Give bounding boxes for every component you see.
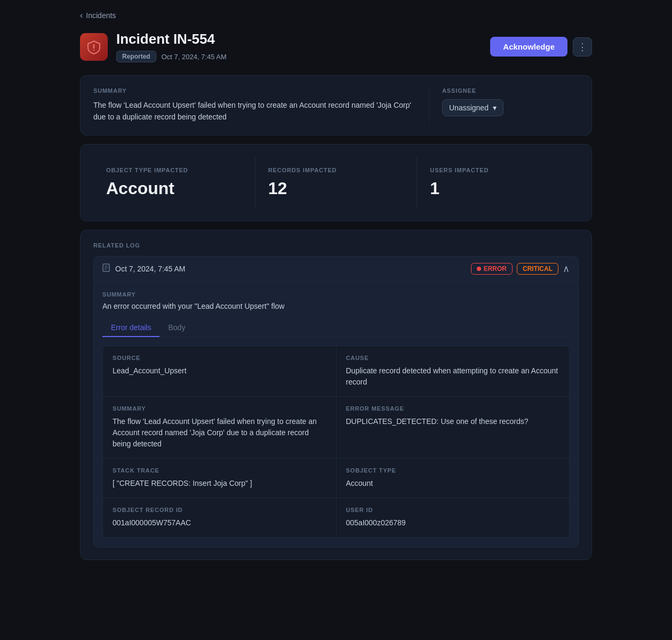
detail-error-message: ERROR MESSAGE DUPLICATES_DETECTED: Use o…: [337, 397, 570, 458]
detail-summary-value: The flow 'Lead Account Upsert' failed wh…: [113, 416, 326, 450]
detail-source: SOURCE Lead_Account_Upsert: [103, 346, 336, 396]
incident-title: Incident IN-554: [116, 31, 227, 47]
sobject-record-id-label: SOBJECT RECORD ID: [113, 507, 326, 513]
detail-sobject-type: SOBJECT TYPE Account: [337, 459, 570, 498]
source-label: SOURCE: [113, 355, 326, 361]
stat-records-label: RECORDS IMPACTED: [268, 167, 404, 173]
header-info: Incident IN-554 Reported Oct 7, 2024, 7:…: [116, 31, 227, 62]
summary-right: ASSIGNEE Unassigned ▾: [429, 87, 579, 123]
log-summary-text: An error occurred with your "Lead Accoun…: [102, 302, 570, 310]
collapse-icon: ∧: [563, 263, 570, 275]
summary-text: The flow 'Lead Account Upsert' failed wh…: [93, 99, 416, 123]
stat-object-type-label: OBJECT TYPE IMPACTED: [106, 167, 242, 173]
svg-point-0: [93, 49, 94, 50]
incident-header: Incident IN-554 Reported Oct 7, 2024, 7:…: [80, 31, 592, 62]
error-message-label: ERROR MESSAGE: [346, 405, 560, 412]
sobject-type-value: Account: [346, 478, 560, 489]
cause-label: CAUSE: [346, 355, 560, 361]
tab-error-details[interactable]: Error details: [102, 319, 159, 337]
detail-summary: SUMMARY The flow 'Lead Account Upsert' f…: [103, 397, 336, 458]
stat-records-value: 12: [268, 179, 404, 198]
summary-left: SUMMARY The flow 'Lead Account Upsert' f…: [93, 87, 429, 123]
breadcrumb[interactable]: ‹ Incidents: [80, 11, 592, 20]
incident-icon: [80, 33, 108, 61]
stack-trace-value: [ "CREATE RECORDS: Insert Joja Corp" ]: [113, 478, 326, 489]
critical-badge: CRITICAL: [517, 263, 558, 275]
stats-card: OBJECT TYPE IMPACTED Account RECORDS IMP…: [80, 144, 592, 221]
stat-users-value: 1: [430, 179, 566, 198]
sobject-type-label: SOBJECT TYPE: [346, 467, 560, 474]
assignee-chevron-icon: ▾: [493, 103, 497, 112]
tab-body[interactable]: Body: [159, 319, 194, 337]
detail-user-id: USER ID 005aI000z026789: [337, 498, 570, 537]
user-id-label: USER ID: [346, 507, 560, 513]
stat-users-label: USERS IMPACTED: [430, 167, 566, 173]
detail-cause: CAUSE Duplicate record detected when att…: [337, 346, 570, 396]
more-options-button[interactable]: ⋮: [573, 37, 592, 57]
error-message-value: DUPLICATES_DETECTED: Use one of these re…: [346, 416, 560, 427]
acknowledge-button[interactable]: Acknowledge: [490, 37, 567, 57]
summary-card: SUMMARY The flow 'Lead Account Upsert' f…: [80, 75, 592, 135]
log-entry: Oct 7, 2024, 7:45 AM ERROR CRITICAL ∧ SU…: [93, 256, 579, 548]
header-left: Incident IN-554 Reported Oct 7, 2024, 7:…: [80, 31, 227, 62]
log-entry-header[interactable]: Oct 7, 2024, 7:45 AM ERROR CRITICAL ∧: [94, 257, 578, 281]
assignee-label: ASSIGNEE: [442, 87, 579, 94]
cause-value: Duplicate record detected when attemptin…: [346, 365, 560, 388]
related-log-header: RELATED LOG: [93, 242, 579, 249]
log-body: SUMMARY An error occurred with your "Lea…: [94, 281, 578, 547]
stack-trace-label: STACK TRACE: [113, 467, 326, 474]
source-value: Lead_Account_Upsert: [113, 365, 326, 377]
log-entry-right: ERROR CRITICAL ∧: [471, 263, 570, 275]
log-date: Oct 7, 2024, 7:45 AM: [115, 265, 186, 273]
stat-users: USERS IMPACTED 1: [417, 156, 579, 209]
log-summary-label: SUMMARY: [102, 291, 570, 298]
back-chevron-icon: ‹: [80, 11, 83, 20]
related-log-section: RELATED LOG Oct 7, 2024, 7:45 AM: [80, 230, 592, 560]
detail-summary-label: SUMMARY: [113, 405, 326, 412]
incident-date: Oct 7, 2024, 7:45 AM: [162, 53, 227, 61]
breadcrumb-label: Incidents: [86, 11, 116, 20]
user-id-value: 005aI000z026789: [346, 517, 560, 529]
header-right: Acknowledge ⋮: [490, 37, 592, 57]
detail-sobject-record-id: SOBJECT RECORD ID 001aI000005W757AAC: [103, 498, 336, 537]
stat-object-type-value: Account: [106, 179, 242, 198]
stat-object-type: OBJECT TYPE IMPACTED Account: [93, 156, 255, 209]
log-entry-left: Oct 7, 2024, 7:45 AM: [102, 263, 186, 274]
assignee-dropdown[interactable]: Unassigned ▾: [442, 99, 503, 116]
summary-label: SUMMARY: [93, 87, 416, 94]
stat-records: RECORDS IMPACTED 12: [255, 156, 418, 209]
more-icon: ⋮: [578, 41, 587, 53]
assignee-value: Unassigned: [449, 103, 489, 112]
status-badge: Reported: [116, 51, 156, 62]
detail-stack-trace: STACK TRACE [ "CREATE RECORDS: Insert Jo…: [103, 459, 336, 498]
detail-grid: SOURCE Lead_Account_Upsert CAUSE Duplica…: [102, 346, 570, 538]
document-icon: [102, 263, 110, 274]
error-dot-icon: [477, 267, 481, 271]
header-meta: Reported Oct 7, 2024, 7:45 AM: [116, 51, 227, 62]
sobject-record-id-value: 001aI000005W757AAC: [113, 517, 326, 529]
error-badge: ERROR: [471, 263, 513, 275]
log-tabs: Error details Body: [102, 319, 570, 337]
